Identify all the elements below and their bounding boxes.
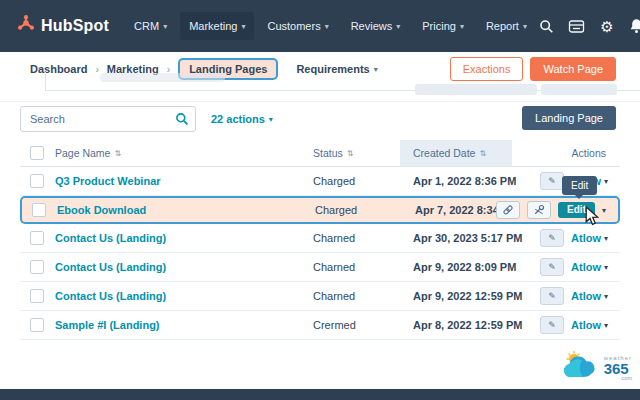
column-header-created-date[interactable]: Created Date [413,147,486,159]
ghost-button-remnant [541,84,617,95]
search-icon[interactable] [538,17,556,35]
brand-name: HubSpot [41,17,109,35]
status-value: Charned [313,261,355,273]
row-checkbox[interactable] [30,174,44,188]
landing-pages-table: Page Name Status Created Date Actions Q3… [20,140,620,340]
status-value: Charged [315,204,357,216]
created-date-value: Apr 9, 2022 8:09 PM [413,261,516,273]
nav-item-crm[interactable]: CRM [125,12,176,40]
cloud-sun-icon [561,350,601,386]
settings-gear-icon[interactable]: ⚙ [598,17,616,35]
ghost-tab-label [100,73,225,82]
table-row: Sample #I (Landing) Crermed Apr 8, 2022 … [20,311,620,340]
status-value: Charged [313,175,355,187]
mouse-cursor [585,206,599,230]
marketplace-icon[interactable] [568,17,586,35]
column-header-actions: Actions [572,147,606,159]
tools-wrench-button[interactable] [527,201,551,219]
table-row: Contact Us (Landing) Charned Apr 9, 2022… [20,253,620,282]
row-checkbox[interactable] [32,203,46,217]
edit-pencil-button[interactable] [540,229,564,247]
tab-divider [45,72,46,90]
edit-pencil-button[interactable] [540,258,564,276]
search-input[interactable] [20,106,196,132]
search-field-icon [175,112,189,130]
page-name-link[interactable]: Ebook Download [57,204,146,216]
requirements-dropdown[interactable]: Requirements [296,63,377,75]
row-action-dropdown[interactable]: Atlow [571,261,608,273]
created-date-value: Apr 8, 2022 12:59 PM [413,319,522,331]
table-header: Page Name Status Created Date Actions [20,140,620,167]
edit-pencil-button[interactable] [540,172,564,190]
watermark-number: 365 [604,361,629,376]
sprocket-icon [16,14,36,38]
page-name-link[interactable]: Q3 Product Webinar [55,175,161,187]
table-row: Q3 Product Webinar Charged Apr 1, 2022 8… [20,167,620,196]
page-name-link[interactable]: Contact Us (Landing) [55,232,166,244]
table-row: Contact Us (Landing) Charned Apr 30, 202… [20,224,620,253]
status-value: Charned [313,232,355,244]
created-date-value: Apr 1, 2022 8:36 PM [413,175,516,187]
ghost-button-remnant [415,84,537,95]
created-date-value: Apr 30, 2023 5:17 PM [413,232,522,244]
edit-tooltip: Edit [562,176,597,195]
copy-link-button[interactable] [496,201,520,219]
page-name-link[interactable]: Sample #I (Landing) [55,319,160,331]
exactions-button[interactable]: Exactions [450,57,524,81]
top-navbar: HubSpot CRM Marketing Customers Reviews … [0,0,640,52]
row-action-dropdown[interactable]: Atlow [571,319,608,331]
nav-item-pricing[interactable]: Pricing [413,12,473,40]
create-landing-page-button[interactable]: Landing Page [522,106,616,130]
watermark-tld: .com [620,376,632,382]
breadcrumb-separator-icon: › [95,64,98,75]
page-name-link[interactable]: Contact Us (Landing) [55,290,166,302]
nav-item-marketing[interactable]: Marketing [180,12,254,40]
weather365-watermark: weather 365 .com [561,350,632,386]
select-all-checkbox[interactable] [30,146,44,160]
breadcrumb-dashboard[interactable]: Dashboard [30,63,87,75]
nav-item-report[interactable]: Report [477,12,536,40]
page-name-link[interactable]: Contact Us (Landing) [55,261,166,273]
column-header-status[interactable]: Status [313,147,353,159]
section-divider [0,101,640,102]
app-window: HubSpot CRM Marketing Customers Reviews … [0,0,640,400]
bottom-letterbox-bar [0,389,640,400]
watch-page-button[interactable]: Watch Page [530,57,616,81]
created-date-value: Apr 9, 2022 12:59 PM [413,290,522,302]
hubspot-logo[interactable]: HubSpot [16,14,109,38]
search-field-wrap [20,106,196,132]
bulk-actions-dropdown[interactable]: 22 actions [211,113,273,125]
table-row: Contact Us (Landing) Charned Apr 9, 2022… [20,282,620,311]
row-checkbox[interactable] [30,231,44,245]
row-checkbox[interactable] [30,260,44,274]
row-checkbox[interactable] [30,318,44,332]
nav-item-reviews[interactable]: Reviews [342,12,410,40]
row-checkbox[interactable] [30,289,44,303]
status-value: Crermed [313,319,356,331]
edit-pencil-button[interactable] [540,287,564,305]
nav-item-customers[interactable]: Customers [258,12,337,40]
status-value: Charned [313,290,355,302]
edit-split-caret-icon[interactable]: ▾ [602,206,606,215]
edit-pencil-button[interactable] [540,316,564,334]
row-action-dropdown[interactable]: Atlow [571,290,608,302]
notifications-bell-icon[interactable] [628,17,640,35]
table-row-selected: Ebook Download Charged Apr 7, 2022 8:34 … [20,196,620,224]
edit-tooltip-arrow [574,194,584,199]
column-header-page-name[interactable]: Page Name [55,147,121,159]
row-action-dropdown[interactable]: Atlow [571,232,608,244]
